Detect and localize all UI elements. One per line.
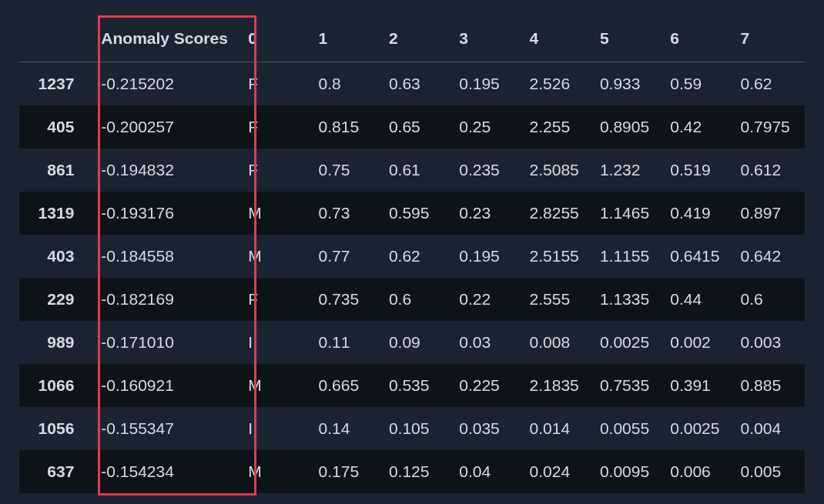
data-cell-4: 0.024 [524,450,594,493]
index-cell: 989 [19,321,89,364]
data-cell-6: 0.42 [664,105,734,149]
data-cell-3: 0.25 [453,105,523,149]
data-cell-6: 0.0025 [664,407,734,450]
header-anomaly-scores: Anomaly Scores [89,15,242,62]
data-cell-6: 0.44 [664,278,734,321]
data-cell-1: 0.175 [313,450,383,493]
data-cell-6: 0.519 [664,149,734,192]
data-cell-3: 0.035 [453,407,523,450]
data-cell-2: 0.63 [383,62,453,106]
data-cell-5: 0.0095 [594,450,664,493]
data-cell-5: 0.8905 [594,105,664,149]
anomaly-score-cell: -0.194832 [89,149,242,192]
data-cell-0: M [242,235,312,278]
data-cell-5: 0.0025 [594,321,664,364]
data-cell-7: 0.642 [735,235,805,278]
table-row: 1056-0.155347I0.140.1050.0350.0140.00550… [19,407,805,450]
data-cell-0: M [242,192,312,235]
data-cell-3: 0.22 [453,278,523,321]
anomaly-score-cell: -0.215202 [89,62,242,106]
data-cell-3: 0.235 [453,149,523,192]
data-cell-6: 0.59 [664,62,734,106]
data-cell-4: 2.5085 [524,149,594,192]
table-body: 1237-0.215202F0.80.630.1952.5260.9330.59… [19,62,805,494]
data-cell-5: 0.7535 [594,364,664,407]
index-cell: 403 [19,235,89,278]
anomaly-score-cell: -0.154234 [89,450,242,493]
data-cell-1: 0.73 [313,192,383,235]
anomaly-score-cell: -0.155347 [89,407,242,450]
data-cell-5: 1.232 [594,149,664,192]
data-cell-4: 0.014 [524,407,594,450]
anomaly-score-cell: -0.171010 [89,321,242,364]
data-cell-0: I [242,321,312,364]
data-table-container: Anomaly Scores 0 1 2 3 4 5 6 7 1237-0.21… [19,15,805,493]
data-cell-7: 0.885 [735,364,805,407]
data-cell-4: 2.526 [524,62,594,106]
table-row: 1066-0.160921M0.6650.5350.2252.18350.753… [19,364,805,407]
table-row: 403-0.184558M0.770.620.1952.51551.11550.… [19,235,805,278]
data-cell-3: 0.23 [453,192,523,235]
table-row: 229-0.182169F0.7350.60.222.5551.13350.44… [19,278,805,321]
header-index [19,15,89,62]
data-cell-3: 0.03 [453,321,523,364]
header-row: Anomaly Scores 0 1 2 3 4 5 6 7 [19,15,805,62]
data-cell-4: 2.1835 [524,364,594,407]
header-col-6: 6 [664,15,734,62]
table-row: 637-0.154234M0.1750.1250.040.0240.00950.… [19,450,805,493]
data-cell-1: 0.75 [313,149,383,192]
index-cell: 1056 [19,407,89,450]
data-cell-4: 2.5155 [524,235,594,278]
data-cell-1: 0.665 [313,364,383,407]
data-cell-7: 0.897 [735,192,805,235]
index-cell: 637 [19,450,89,493]
index-cell: 229 [19,278,89,321]
data-cell-1: 0.735 [313,278,383,321]
data-cell-1: 0.8 [313,62,383,106]
data-cell-5: 0.933 [594,62,664,106]
data-cell-3: 0.195 [453,62,523,106]
data-cell-5: 1.1335 [594,278,664,321]
data-cell-4: 0.008 [524,321,594,364]
data-cell-0: F [242,62,312,106]
anomaly-score-cell: -0.193176 [89,192,242,235]
data-cell-1: 0.77 [313,235,383,278]
data-cell-0: F [242,278,312,321]
data-cell-0: F [242,105,312,149]
data-cell-6: 0.419 [664,192,734,235]
table-row: 1237-0.215202F0.80.630.1952.5260.9330.59… [19,62,805,106]
data-cell-7: 0.005 [735,450,805,493]
data-cell-2: 0.6 [383,278,453,321]
data-cell-1: 0.815 [313,105,383,149]
header-col-1: 1 [313,15,383,62]
data-cell-4: 2.8255 [524,192,594,235]
data-cell-7: 0.004 [735,407,805,450]
data-cell-4: 2.555 [524,278,594,321]
data-cell-7: 0.612 [735,149,805,192]
data-cell-2: 0.65 [383,105,453,149]
header-col-2: 2 [383,15,453,62]
data-cell-7: 0.003 [735,321,805,364]
data-table: Anomaly Scores 0 1 2 3 4 5 6 7 1237-0.21… [19,15,805,493]
data-cell-3: 0.225 [453,364,523,407]
data-cell-4: 2.255 [524,105,594,149]
anomaly-score-cell: -0.182169 [89,278,242,321]
header-col-0: 0 [242,15,312,62]
data-cell-2: 0.595 [383,192,453,235]
header-col-5: 5 [594,15,664,62]
index-cell: 861 [19,149,89,192]
table-row: 1319-0.193176M0.730.5950.232.82551.14650… [19,192,805,235]
data-cell-5: 1.1465 [594,192,664,235]
data-cell-7: 0.7975 [735,105,805,149]
data-cell-2: 0.535 [383,364,453,407]
data-cell-0: F [242,149,312,192]
data-cell-6: 0.006 [664,450,734,493]
index-cell: 1066 [19,364,89,407]
data-cell-6: 0.002 [664,321,734,364]
data-cell-6: 0.6415 [664,235,734,278]
data-cell-1: 0.11 [313,321,383,364]
data-cell-7: 0.6 [735,278,805,321]
data-cell-0: M [242,450,312,493]
data-cell-0: I [242,407,312,450]
anomaly-score-cell: -0.200257 [89,105,242,149]
